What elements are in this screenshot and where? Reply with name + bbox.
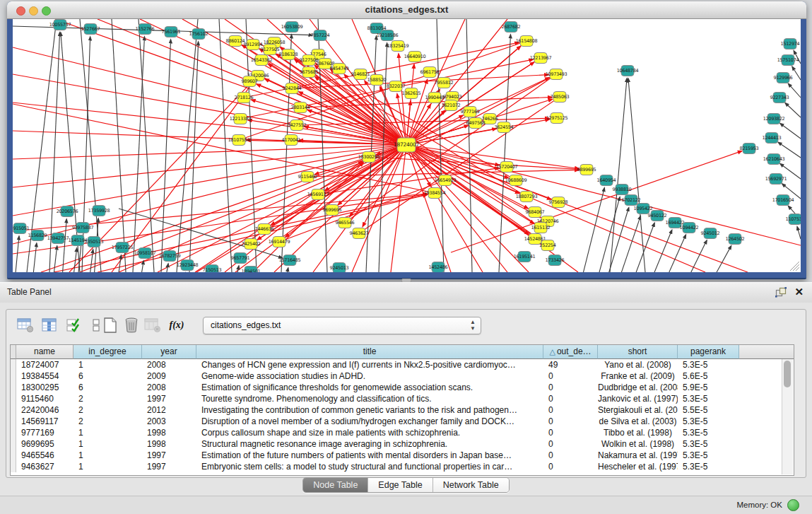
select-all-icon[interactable]: [64, 315, 83, 335]
graph-node-label: 8912954: [244, 42, 263, 47]
resize-grip-icon[interactable]: [790, 262, 799, 271]
cell-out_de: 0: [543, 393, 598, 404]
graph-node-label: 12975125: [546, 115, 568, 121]
dropdown-stepper-icon: ▲▼: [470, 319, 476, 332]
graph-node-label: 1733426: [546, 257, 565, 263]
graph-node-label: 1107533: [786, 216, 801, 222]
table-row[interactable]: 946362711997Embryonic stem cells: a mode…: [11, 461, 794, 472]
cell-year: 1998: [142, 427, 196, 438]
cell-pagerank: 5.3E-5: [678, 359, 739, 370]
cell-title: Tourette syndrome. Phenomenology and cla…: [196, 393, 543, 404]
cell-in_degree: 1: [73, 359, 142, 370]
graph-node-label: 2718126: [235, 95, 254, 100]
table-panel-header: Table Panel ✕: [0, 282, 812, 303]
graph-node-label: 16654923: [435, 177, 457, 183]
cell-in_degree: 2: [73, 393, 142, 404]
graph-node-label: 1156829: [28, 233, 47, 238]
cell-in_degree: 6: [73, 370, 142, 382]
delete-column-icon[interactable]: [122, 315, 141, 335]
tab-network-table[interactable]: Network Table: [433, 478, 509, 492]
cell-title: Embryonic stem cells: a model to study s…: [196, 461, 543, 472]
cell-name: 9465546: [16, 450, 73, 461]
cell-name: 9777169: [16, 427, 73, 438]
column-header-year[interactable]: year: [142, 345, 196, 359]
column-header-name[interactable]: name: [16, 345, 73, 359]
delete-table-icon-disabled: [143, 315, 162, 335]
graph-node-label: 1095422: [634, 206, 653, 211]
tab-edge-table[interactable]: Edge Table: [368, 478, 433, 492]
column-header-out_de[interactable]: △out_de…: [543, 345, 598, 359]
cell-pagerank: 5.3E-5: [678, 461, 739, 472]
table-row[interactable]: 969969511998Structural magnetic resonanc…: [11, 438, 794, 450]
memory-ok-indicator[interactable]: [787, 499, 799, 511]
table-browser: f(x) citations_edges.txt ▲▼ namein_degre…: [6, 309, 806, 478]
graph-node-label: 1264502: [726, 236, 745, 242]
graph-node-label: 9129966: [774, 75, 793, 81]
tab-node-table[interactable]: Node Table: [303, 478, 368, 492]
row-header-strip: [11, 345, 16, 359]
function-builder-icon[interactable]: f(x): [167, 315, 186, 335]
cell-name: 18724007: [16, 359, 73, 370]
change-table-mode-icon[interactable]: [16, 315, 35, 335]
graph-node-label: 7561961: [162, 29, 181, 35]
node-layer: 1872400788601248912954182260589127505818…: [13, 20, 801, 273]
graph-node-label: 4170041: [282, 137, 301, 143]
graph-node-label: 15720407: [496, 164, 518, 170]
graph-node-label: 9115460: [298, 174, 317, 180]
graph-node-label: 989607: [241, 78, 257, 84]
graph-node-label: 9245012: [701, 230, 720, 236]
network-window[interactable]: citations_edges.txt 18724007886012489129…: [7, 1, 806, 279]
graph-node-label: 1756102: [189, 31, 208, 37]
node-table: namein_degreeyeartitle△out_de…shortpager…: [10, 344, 794, 476]
table-row[interactable]: 2242004622012Investigating the contribut…: [11, 404, 794, 416]
citation-graph[interactable]: 1872400788601248912954182260589127505818…: [13, 19, 801, 272]
graph-node-label: 16543362: [251, 57, 273, 63]
float-window-icon[interactable]: [775, 287, 787, 298]
graph-node-label: 7446636: [255, 226, 274, 232]
graph-node-label: 18807293: [516, 194, 538, 199]
table-row[interactable]: 946554611997Estimation of the future num…: [11, 450, 794, 461]
cell-pagerank: 5.3E-5: [678, 416, 739, 427]
table-row[interactable]: 1938455462009Genome-wide association stu…: [11, 370, 794, 382]
cell-out_de: 49: [543, 359, 598, 370]
column-header-pagerank[interactable]: pagerank: [678, 345, 739, 359]
cell-year: 2012: [142, 404, 196, 416]
graph-node-label: 1512974: [781, 41, 800, 47]
column-header-in_degree[interactable]: in_degree: [73, 345, 142, 359]
cell-pagerank: 5.9E-5: [678, 382, 739, 393]
table-select-dropdown[interactable]: citations_edges.txt ▲▼: [203, 317, 481, 334]
cell-in_degree: 2: [73, 404, 142, 416]
graph-node-label: 16640910: [404, 54, 426, 59]
graph-node-label: 16782759: [159, 253, 181, 259]
table-scrollbar[interactable]: [782, 359, 793, 474]
graph-node-label: 7425402: [242, 241, 261, 247]
table-row[interactable]: 911546021997Tourette syndrome. Phenomeno…: [11, 393, 794, 404]
row-header-strip: [11, 416, 16, 427]
graph-node-label: 18107554: [228, 137, 250, 143]
graph-node-label: 9127505: [261, 47, 280, 52]
table-row[interactable]: 1456911722003Disruption of a novel membe…: [11, 416, 794, 427]
graph-node-label: 8454749: [330, 66, 349, 71]
network-window-titlebar[interactable]: citations_edges.txt: [7, 1, 806, 19]
graph-node-label: 7857224: [311, 33, 330, 38]
row-header-strip: [11, 461, 16, 472]
row-header-strip: [11, 359, 16, 370]
table-row[interactable]: 1872400712008Changes of HCN gene express…: [11, 359, 794, 370]
table-body: 1872400712008Changes of HCN gene express…: [11, 359, 794, 472]
cell-short: Tibbo et al. (1998): [598, 427, 678, 438]
graph-node-label: 93975887: [72, 225, 94, 230]
cell-short: Nakamura et al. (1997): [598, 450, 678, 461]
new-column-icon[interactable]: [101, 315, 119, 335]
graph-node-label: 16210643: [763, 156, 785, 162]
table-row[interactable]: 1830029562008Estimation of significance …: [11, 382, 794, 393]
graph-node-label: 1152766: [136, 26, 155, 32]
network-canvas[interactable]: 1872400788601248912954182260589127505818…: [13, 19, 801, 272]
row-header-strip: [11, 382, 16, 393]
column-header-title[interactable]: title: [196, 345, 543, 359]
show-columns-icon[interactable]: [40, 315, 59, 335]
close-panel-icon[interactable]: ✕: [794, 286, 804, 298]
graph-node-label: 8322037: [387, 83, 406, 89]
column-header-short[interactable]: short: [598, 345, 678, 359]
table-row[interactable]: 977716911998Corpus callosum shape and si…: [11, 427, 794, 438]
table-scrollbar-thumb[interactable]: [784, 361, 791, 387]
